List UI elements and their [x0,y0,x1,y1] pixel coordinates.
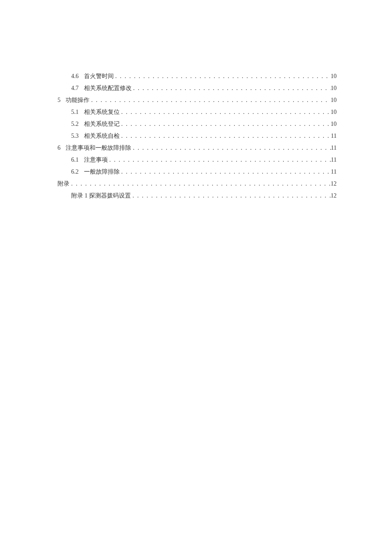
toc-title: 相关系统配置修改 [79,82,132,94]
toc-page-number: 12 [331,178,337,190]
toc-title: 相关系统复位 [79,106,120,118]
toc-leader-dots [132,82,331,94]
toc-entry: 6 注意事项和一般故障排除 11 [58,142,337,154]
toc-page-number: 10 [331,106,337,118]
toc-leader-dots [120,130,331,142]
toc-page-number: 10 [331,118,337,130]
toc-number: 5.1 [71,106,79,118]
toc-title: 注意事项和一般故障排除 [61,142,131,154]
toc-entry: 5.2 相关系统登记 10 [58,118,337,130]
toc-entry: 6.2 一般故障排除 11 [58,166,337,178]
toc-number: 6 [58,142,61,154]
toc-title: 相关系统自检 [79,130,120,142]
toc-entry: 6.1 注意事项 11 [58,154,337,166]
toc-page-number: 10 [331,70,337,82]
toc-title: 附录 [58,178,69,190]
toc-leader-dots [114,70,331,82]
toc-number: 5.2 [71,118,79,130]
toc-page-number: 11 [331,154,337,166]
toc-page-number: 11 [331,142,337,154]
toc-leader-dots [120,166,331,178]
toc-title: 首火警时间 [79,70,114,82]
toc-leader-dots [120,118,331,130]
toc-number: 4.6 [71,70,79,82]
toc-number: 5 [58,94,61,106]
toc-page-number: 10 [331,94,337,106]
toc-leader-dots [108,154,331,166]
toc-title: 功能操作 [61,94,89,106]
toc-title: 注意事项 [79,154,108,166]
toc-leader-dots [131,142,331,154]
toc-page-number: 11 [331,166,337,178]
toc-title: 相关系统登记 [79,118,120,130]
toc-leader-dots [120,106,331,118]
toc-page-number: 12 [331,190,337,202]
toc-page-number: 10 [331,82,337,94]
toc-entry: 5.3 相关系统自检 11 [58,130,337,142]
toc-page-number: 11 [331,130,337,142]
toc-number: 6.1 [71,154,79,166]
toc-entry: 5 功能操作 10 [58,94,337,106]
toc-title: 附录 1 探测器拨码设置 [71,190,131,202]
toc-leader-dots [69,178,331,190]
toc-entry: 5.1 相关系统复位 10 [58,106,337,118]
table-of-contents: 4.6 首火警时间 10 4.7 相关系统配置修改 10 5 功能操作 10 5… [58,70,337,202]
toc-entry: 附录 1 探测器拨码设置 12 [58,190,337,202]
toc-title: 一般故障排除 [79,166,120,178]
toc-entry: 4.6 首火警时间 10 [58,70,337,82]
toc-leader-dots [89,94,331,106]
toc-leader-dots [131,190,331,202]
toc-number: 6.2 [71,166,79,178]
toc-number: 4.7 [71,82,79,94]
toc-entry: 附录 12 [58,178,337,190]
toc-number: 5.3 [71,130,79,142]
toc-entry: 4.7 相关系统配置修改 10 [58,82,337,94]
